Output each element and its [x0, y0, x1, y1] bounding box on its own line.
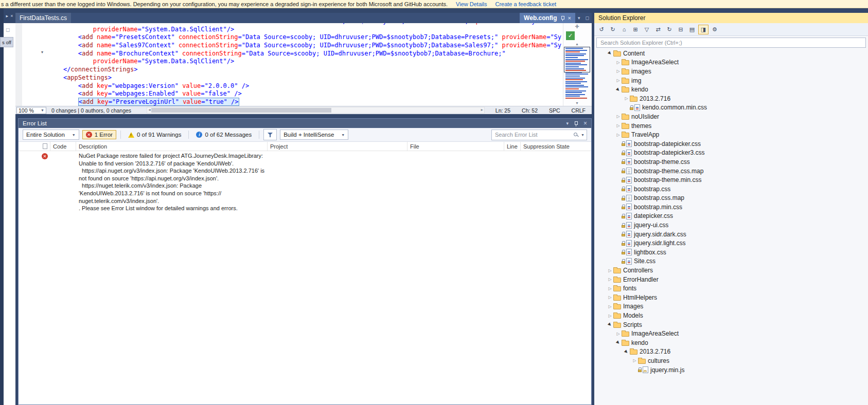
tree-item[interactable]: ▷ImageAreaSelect — [594, 329, 868, 338]
filter-button[interactable] — [263, 129, 277, 140]
tab-webconfig[interactable]: Web.config × — [520, 13, 575, 23]
collapsed-arrow-icon[interactable]: ▷ — [615, 114, 622, 119]
code-editor[interactable]: UID=dhruvuser;PWD=$snootybob7;Database=P… — [15, 23, 592, 106]
tree-item[interactable]: jquery.min.js — [594, 365, 868, 375]
tree-item[interactable]: bootstrap-theme.css.map — [594, 167, 868, 176]
tree-item[interactable]: ▷HtmlHelpers — [594, 293, 868, 302]
outlining-margin-icon[interactable]: ▾ — [41, 50, 43, 54]
collapse-all-icon[interactable]: ⊟ — [676, 25, 686, 34]
tree-item[interactable]: bootstrap-datepicker3.css — [594, 149, 868, 158]
collapsed-arrow-icon[interactable]: ▷ — [607, 304, 613, 309]
code-health-check-icon[interactable]: ✓ — [566, 31, 575, 40]
tree-item[interactable]: bootstrap.css.map — [594, 194, 868, 203]
tree-item[interactable]: bootstrap.css — [594, 185, 868, 194]
tree-item[interactable]: ▷Models — [594, 311, 868, 320]
tree-item[interactable]: ▷TravelApp — [594, 130, 868, 139]
home-icon[interactable]: ⌂ — [619, 25, 629, 34]
preview-selected-items-icon[interactable]: ◨ — [698, 25, 708, 34]
collapsed-arrow-icon[interactable]: ▷ — [615, 133, 622, 137]
tree-item[interactable]: bootstrap-theme.min.css — [594, 175, 868, 185]
tree-item[interactable]: lightbox.css — [594, 248, 868, 257]
spaces-indicator[interactable]: SPC — [549, 107, 560, 114]
expanded-arrow-icon[interactable]: ▶ — [606, 321, 614, 329]
scroll-up-icon[interactable]: ▲ — [575, 42, 579, 46]
view-details-link[interactable]: View Details — [456, 1, 487, 7]
column-header-code[interactable]: Code — [50, 142, 76, 151]
window-position-icon[interactable]: ▾ — [566, 121, 569, 126]
collapsed-arrow-icon[interactable]: ▷ — [607, 286, 613, 291]
tree-item[interactable]: ▶Scripts — [594, 320, 868, 329]
collapsed-arrow-icon[interactable]: ▷ — [615, 78, 622, 83]
tree-item[interactable]: Site.css — [594, 257, 868, 266]
tree-item[interactable]: ▶kendo — [594, 85, 868, 94]
tree-item[interactable]: ▷images — [594, 67, 868, 76]
collapsed-arrow-icon[interactable]: ▷ — [615, 60, 622, 65]
collapsed-tool-icon[interactable]: ◻ — [6, 27, 10, 32]
line-ending-indicator[interactable]: CRLF — [572, 107, 586, 114]
tree-item[interactable]: ▷ErrorHandler — [594, 275, 868, 284]
back-icon[interactable]: ↺ — [596, 25, 607, 34]
chevron-down-icon[interactable]: ▼ — [581, 133, 584, 137]
tree-item[interactable]: jquery.sidr.light.css — [594, 238, 868, 248]
collapsed-arrow-icon[interactable]: ▷ — [631, 358, 638, 363]
dock-arrow-icon[interactable]: ▸ — [6, 13, 9, 19]
column-header-description[interactable]: Description — [76, 142, 268, 151]
pin-icon[interactable] — [574, 121, 578, 126]
errors-filter-button[interactable]: ✕ 1 Error — [82, 130, 116, 139]
collapsed-arrow-icon[interactable]: ▷ — [607, 314, 613, 318]
tree-item[interactable]: ▶2013.2.716 — [594, 347, 868, 357]
messages-filter-button[interactable]: i 0 of 62 Messages — [193, 130, 255, 139]
tree-item[interactable]: ▷themes — [594, 121, 868, 131]
tree-item[interactable]: ▶Content — [594, 49, 868, 58]
tree-item[interactable]: jquery.sidr.dark.css — [594, 230, 868, 239]
tree-item[interactable]: ▷fonts — [594, 284, 868, 293]
collapsed-arrow-icon[interactable]: ▷ — [615, 123, 622, 128]
expanded-arrow-icon[interactable]: ▶ — [623, 348, 631, 356]
breakpoint-gutter[interactable] — [15, 23, 22, 106]
expanded-arrow-icon[interactable]: ▶ — [614, 85, 623, 94]
float-window-icon[interactable]: ◻ — [583, 13, 592, 23]
editor-scrollbar-minimap[interactable]: ✚ ✓ ▲ ▼ — [563, 23, 591, 106]
tree-item[interactable]: ▷img — [594, 76, 868, 85]
show-all-files-icon[interactable]: ▤ — [687, 25, 697, 34]
properties-icon[interactable]: ⚙ — [710, 25, 720, 34]
collapsed-arrow-icon[interactable]: ▷ — [607, 295, 613, 300]
tree-item[interactable]: bootstrap.min.css — [594, 202, 868, 212]
tree-item[interactable]: ▷Images — [594, 302, 868, 311]
tree-item[interactable]: ▷Controllers — [594, 266, 868, 275]
close-tab-icon[interactable]: × — [568, 15, 571, 21]
tree-item[interactable]: kendo.common.min.css — [594, 103, 868, 113]
close-icon[interactable]: × — [583, 120, 587, 127]
scroll-right-icon[interactable]: ► — [480, 108, 484, 112]
collapsed-tool-tab[interactable]: s off — [0, 37, 13, 47]
collapsed-arrow-icon[interactable]: ▷ — [615, 332, 622, 336]
horizontal-scrollbar[interactable]: ◄ ► — [147, 107, 485, 114]
solution-explorer-search-input[interactable] — [599, 39, 863, 46]
column-header-file[interactable]: File — [408, 142, 504, 151]
collapsed-arrow-icon[interactable]: ▷ — [607, 268, 613, 273]
collapsed-arrow-icon[interactable]: ▷ — [615, 69, 622, 73]
tree-item[interactable]: jquery-ui.css — [594, 220, 868, 230]
document-dropdown-icon[interactable]: ▾ — [575, 13, 583, 23]
scroll-left-icon[interactable]: ◄ — [148, 108, 151, 112]
category-column-header[interactable] — [19, 142, 50, 151]
source-filter-dropdown[interactable]: Build + IntelliSense ▼ — [280, 130, 348, 140]
expanded-arrow-icon[interactable]: ▶ — [606, 49, 614, 58]
split-editor-icon[interactable]: ✚ — [575, 24, 579, 29]
collapsed-arrow-icon[interactable]: ▷ — [607, 277, 613, 282]
tree-item[interactable]: datepicker.css — [594, 212, 868, 221]
scope-dropdown[interactable]: Entire Solution ▼ — [23, 130, 79, 140]
tree-item[interactable]: ▷ImageAreaSelect — [594, 58, 868, 67]
minimap-viewport-box[interactable] — [564, 47, 590, 72]
scrollbar-thumb[interactable] — [151, 108, 331, 113]
tree-item[interactable]: ▷noUIslider — [594, 112, 868, 121]
column-header-suppression-state[interactable]: Suppression State — [521, 142, 591, 151]
error-row[interactable]: ✕ NuGet Package restore failed for proje… — [19, 151, 591, 213]
pending-changes-filter-icon[interactable]: ▽ — [642, 25, 652, 34]
zoom-selector[interactable]: 100 % ▼ — [16, 107, 46, 114]
error-list-title-bar[interactable]: Error List ▾ × — [19, 119, 591, 128]
tree-item[interactable]: bootstrap-datepicker.css — [594, 139, 868, 149]
pin-tab-icon[interactable] — [560, 15, 565, 21]
refresh-icon[interactable]: ↻ — [664, 25, 675, 34]
error-list-search-input[interactable] — [494, 131, 571, 138]
